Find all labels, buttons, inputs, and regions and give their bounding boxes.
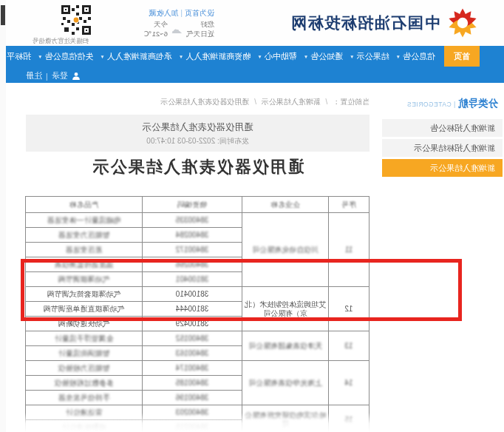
greeting-weather: 您好 近日天气 ☁ 今天 6~21℃ (144, 20, 214, 39)
site-title: 中国石油招标投标网 (290, 13, 440, 33)
cell-product: 电磁流量计一体变送器 (26, 213, 143, 228)
nav-menu: 首页信息公告▼结果公示▼通知公告▼帮助中心▼物资商新增准入人▼承包商新增准入人▼… (0, 46, 480, 67)
chevron-down-icon: ▼ (350, 54, 354, 59)
cell-code: 38400196 (143, 391, 242, 405)
quick-links: 设为首页|加入收藏 (143, 8, 214, 18)
add-favorite-link[interactable]: 加入收藏 (149, 9, 178, 17)
article-title: 通用仪器仪表准入结果公示 (26, 156, 370, 178)
user-icon (72, 72, 81, 81)
weather-temp: 6~21℃ (144, 30, 168, 39)
cell-product: 手持信号发生器 (26, 391, 143, 405)
weather-label: 近日天气 (186, 30, 214, 39)
cell-product: 智能涡街流量计 (26, 346, 143, 361)
cell-product: 智能压力变送器 (26, 228, 143, 243)
qr-code (60, 4, 92, 36)
cell-company-14: 上海光华仪表有限公司 (242, 361, 329, 405)
breadcrumb-prefix: 当前位置： (333, 98, 370, 106)
cell-code: 38400335 (143, 213, 242, 228)
register-link[interactable]: 注册 (26, 70, 42, 81)
sidebar-item-0[interactable]: 新增准入招标公告 (382, 119, 503, 137)
cell-code: 38400185 (143, 376, 242, 391)
mirrored-page: 中国石油招标投标网 设为首页|加入收藏 您好 近日天气 ☁ 今天 6~21℃ (0, 0, 504, 432)
cell-product: 多参数过程校验仪 (26, 376, 143, 391)
nav-item-3[interactable]: 通知公告▼ (304, 51, 343, 62)
chevron-down-icon: ▼ (38, 54, 42, 59)
article-meta-box: 通用仪器仪表准入结果公示 发布时间: 2022-03-03 10:47:00 (26, 115, 370, 152)
sidebar-item-1[interactable]: 新增准入招标结果公示 (382, 139, 503, 157)
table-row-g14-0: 14上海光华仪表有限公司38400174智能压力校验仪 (26, 361, 370, 376)
greeting-text: 您好 (186, 20, 214, 30)
cell-no-14: 14 (329, 361, 370, 405)
table-row-g11-0: 11川仪自动化有限公司38400335电磁流量计一体变送器 (26, 213, 370, 228)
breadcrumb: 当前位置： / 新增准入结果公示 / 通用仪器仪表准入结果公示 (26, 97, 370, 107)
main-navbar: 首页信息公告▼结果公示▼通知公告▼帮助中心▼物资商新增准入人▼承包商新增准入人▼… (0, 46, 504, 83)
publish-time: 发布时间: 2022-03-03 10:47:00 (26, 136, 370, 146)
site-header: 中国石油招标投标网 设为首页|加入收藏 您好 近日天气 ☁ 今天 6~21℃ (0, 0, 504, 46)
cell-code: 38400163 (143, 346, 242, 361)
cell-no-13: 13 (329, 331, 370, 361)
category-title: 分类导航 | CATEGORIES (382, 97, 503, 110)
site-logo[interactable]: 中国石油招标投标网 (290, 6, 480, 40)
chevron-down-icon: ▼ (304, 54, 308, 59)
login-link[interactable]: 登录 (52, 70, 68, 81)
cell-product: 智能压力校验仪 (26, 361, 143, 376)
qr-caption: 扫描关注官方微信号 (18, 37, 103, 46)
chevron-down-icon: ▼ (257, 54, 262, 59)
cell-code: 38400152 (143, 331, 242, 346)
login-row: 登录 | 注册 (26, 70, 81, 81)
bottom-fade (0, 413, 504, 432)
breadcrumb-level1[interactable]: 新增准入结果公示 (262, 98, 321, 106)
scrollbar-thumb[interactable] (1, 5, 5, 25)
set-home-link[interactable]: 设为首页 (185, 9, 214, 17)
cloud-icon: ☁ (171, 23, 183, 36)
highlight-annotation-box (21, 259, 462, 321)
sidebar-item-2[interactable]: 新增准入结果公示 (382, 159, 503, 177)
cell-product: 金属管浮子流量计 (26, 331, 143, 346)
category-list: 新增准入招标公告新增准入招标结果公示新增准入结果公示 (382, 119, 503, 177)
nav-item-7[interactable]: 失信信息公告▼ (38, 51, 93, 62)
table-body: 11川仪自动化有限公司38400335电磁流量计一体变送器38400284智能压… (26, 213, 370, 432)
category-title-en: | CATEGORIES (407, 101, 456, 108)
cell-code: 38400174 (143, 361, 242, 376)
article-meta-title: 通用仪器仪表准入结果公示 (26, 115, 370, 134)
cell-product: 差压变送器 (26, 243, 143, 257)
col-header-no: 序号 (329, 197, 370, 213)
cell-company-13: 天津仪表集团有限公司 (242, 331, 329, 361)
chevron-down-icon: ▼ (100, 54, 104, 59)
nav-item-0[interactable]: 首页 (444, 46, 480, 67)
col-header-company: 企业名称 (242, 197, 329, 213)
table-header-row: 序号 企业名称 物资编码 产品名称 (26, 197, 370, 213)
cell-code: 38400284 (143, 228, 242, 243)
chevron-down-icon: ▼ (179, 54, 183, 59)
chevron-down-icon: ▼ (396, 54, 401, 59)
nav-item-5[interactable]: 物资商新增准入人▼ (179, 51, 251, 62)
nav-item-4[interactable]: 帮助中心▼ (257, 51, 296, 62)
weather-day: 今天 (144, 20, 168, 30)
cell-code: 38400172 (143, 243, 242, 257)
category-sidebar: 分类导航 | CATEGORIES 新增准入招标公告新增准入招标结果公示新增准入… (382, 97, 503, 179)
nav-item-1[interactable]: 信息公告▼ (396, 51, 435, 62)
scrollbar[interactable] (0, 0, 6, 432)
table-row-g13-0: 13天津仪表集团有限公司38400152金属管浮子流量计 (26, 331, 370, 346)
col-header-product: 产品名称 (26, 197, 143, 213)
nav-item-2[interactable]: 结果公示▼ (350, 51, 389, 62)
petrochina-logo-icon (446, 6, 480, 40)
breadcrumb-level2: 通用仪器仪表准入结果公示 (160, 98, 249, 106)
col-header-code: 物资编码 (143, 197, 242, 213)
nav-item-6[interactable]: 承包商新增准入人▼ (100, 51, 171, 62)
